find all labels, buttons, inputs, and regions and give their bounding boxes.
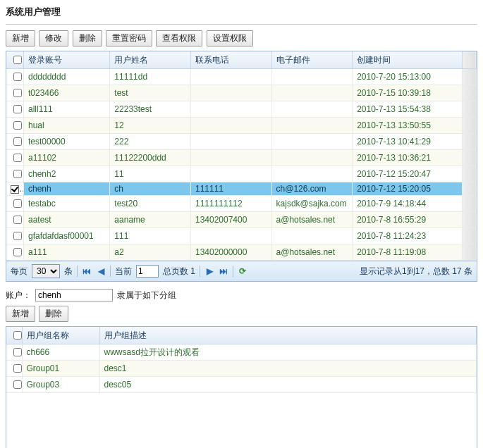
cell-account: chenh	[23, 182, 109, 196]
header-name[interactable]: 用户姓名	[110, 51, 191, 69]
row-checkbox[interactable]	[13, 73, 22, 81]
group-delete-button[interactable]: 删除	[39, 306, 68, 322]
table-row[interactable]: dddddddd11111dd2010-7-20 15:13:00	[6, 69, 477, 85]
prev-page-icon[interactable]: ◀	[96, 266, 106, 276]
cell-name: 12	[110, 118, 191, 134]
row-checkbox[interactable]	[13, 199, 22, 208]
cell-name: 222	[110, 134, 191, 150]
table-row[interactable]: Group01desc1	[6, 361, 477, 377]
scrollbar-track[interactable]	[462, 166, 476, 182]
scrollbar-track[interactable]	[462, 134, 476, 150]
table-row[interactable]: ch666wwwsasd拉开设计的观看	[6, 344, 477, 361]
table-row[interactable]: test000002222010-7-13 10:41:29	[6, 134, 477, 150]
row-checkbox[interactable]	[13, 248, 22, 256]
last-page-icon[interactable]: ⏭	[219, 266, 228, 276]
cell-group-name: Group01	[22, 361, 99, 377]
scrollbar-track[interactable]	[462, 182, 476, 196]
cell-name: 11122200ddd	[110, 150, 191, 166]
cell-created: 2010-7-12 15:20:47	[353, 166, 463, 182]
row-checkbox[interactable]	[13, 154, 22, 162]
cell-phone	[190, 85, 271, 101]
row-checkbox[interactable]	[11, 185, 19, 194]
edit-button[interactable]: 修改	[39, 30, 68, 46]
pager-total-label: 总页数 1	[163, 266, 195, 278]
scrollbar-track[interactable]	[462, 212, 476, 228]
header-checkbox[interactable]	[6, 51, 23, 69]
scrollbar-track[interactable]	[462, 118, 476, 134]
account-label: 账户：	[6, 290, 31, 301]
cell-email	[271, 69, 353, 85]
cell-account: gfafdafdasf00001	[23, 228, 109, 244]
row-checkbox[interactable]	[13, 216, 22, 224]
cell-account: test00000	[23, 134, 109, 150]
table-row[interactable]: a111a213402000000a@hotsales.net2010-7-8 …	[6, 244, 477, 261]
cell-account: aatest	[23, 212, 109, 228]
table-row[interactable]: t023466test2010-7-15 10:39:18	[6, 85, 477, 101]
pager-separator	[200, 266, 200, 277]
scrollbar-track[interactable]	[462, 150, 476, 166]
table-row[interactable]: gfafdafdasf000011112010-7-8 11:24:23	[6, 228, 477, 244]
scrollbar-track[interactable]	[462, 101, 476, 118]
scrollbar-track[interactable]	[462, 228, 476, 244]
pager-unit-label: 条	[64, 266, 73, 278]
group-header-name[interactable]: 用户组名称	[22, 327, 99, 344]
table-row[interactable]: chenh2112010-7-12 15:20:47	[6, 166, 477, 182]
scrollbar-track[interactable]	[462, 51, 476, 69]
cell-account: alll111	[23, 101, 109, 118]
view-permission-button[interactable]: 查看权限	[156, 30, 202, 46]
scrollbar-track[interactable]	[462, 244, 476, 261]
cell-name: test	[110, 85, 191, 101]
cell-account: a111	[23, 244, 109, 261]
row-checkbox[interactable]	[13, 137, 22, 146]
cell-account: hual	[23, 118, 109, 134]
cell-created: 2010-7-20 15:13:00	[353, 69, 463, 85]
row-checkbox[interactable]	[13, 232, 22, 240]
set-permission-button[interactable]: 设置权限	[207, 30, 253, 46]
refresh-icon[interactable]: ⟳	[238, 266, 247, 276]
group-grid-header: 用户组名称 用户组描述	[6, 327, 477, 344]
table-row[interactable]: Group03desc05	[6, 377, 477, 393]
account-input[interactable]	[35, 289, 113, 301]
table-row[interactable]: aatestaaname13402007400a@hotsales.net201…	[6, 212, 477, 228]
row-checkbox[interactable]	[13, 89, 22, 97]
cell-email	[271, 228, 353, 244]
cell-created: 2010-7-8 16:55:29	[353, 212, 463, 228]
row-checkbox[interactable]	[13, 170, 22, 178]
table-row[interactable]: alll11122233test2010-7-13 15:54:38	[6, 101, 477, 118]
table-row[interactable]: chenhch111111ch@126.com2010-7-12 15:20:0…	[6, 182, 477, 196]
add-button[interactable]: 新增	[6, 30, 35, 46]
group-add-button[interactable]: 新增	[6, 306, 35, 322]
first-page-icon[interactable]: ⏮	[82, 266, 92, 276]
cell-group-desc: desc05	[99, 377, 477, 393]
delete-button[interactable]: 删除	[73, 30, 102, 46]
group-header-desc[interactable]: 用户组描述	[99, 327, 477, 344]
header-created[interactable]: 创建时间	[353, 51, 463, 69]
row-checkbox[interactable]	[13, 364, 22, 373]
table-row[interactable]: testabctest201111111112kajsdk@sajka.com2…	[6, 196, 477, 212]
row-checkbox[interactable]	[13, 105, 22, 113]
cell-created: 2010-7-13 13:50:55	[353, 118, 463, 134]
cell-phone	[190, 101, 271, 118]
pager-current-input[interactable]	[136, 265, 159, 278]
table-row[interactable]: hual122010-7-13 13:50:55	[6, 118, 477, 134]
cell-email	[271, 118, 353, 134]
header-account[interactable]: 登录账号	[23, 51, 109, 69]
cell-name: 11	[110, 166, 191, 182]
header-phone[interactable]: 联系电话	[190, 51, 271, 69]
row-checkbox[interactable]	[13, 380, 22, 389]
scrollbar-track[interactable]	[462, 196, 476, 212]
pager-separator	[77, 266, 78, 277]
pager-size-select[interactable]: 30	[32, 264, 60, 278]
group-header-checkbox[interactable]	[6, 327, 22, 344]
row-checkbox[interactable]	[13, 121, 22, 130]
table-row[interactable]: a1110211122200ddd2010-7-13 10:36:21	[6, 150, 477, 166]
pager-summary: 显示记录从1到17，总数 17 条	[360, 266, 472, 278]
cell-email	[271, 166, 353, 182]
header-email[interactable]: 电子邮件	[271, 51, 353, 69]
user-grid-pager: 每页 30 条 ⏮ ◀ 当前 总页数 1 ▶ ⏭ ⟳ 显示记录从1到17，总数 …	[6, 261, 477, 281]
scrollbar-track[interactable]	[462, 69, 476, 85]
reset-password-button[interactable]: 重置密码	[106, 30, 152, 46]
row-checkbox[interactable]	[13, 348, 22, 356]
scrollbar-track[interactable]	[462, 85, 476, 101]
next-page-icon[interactable]: ▶	[204, 266, 214, 276]
